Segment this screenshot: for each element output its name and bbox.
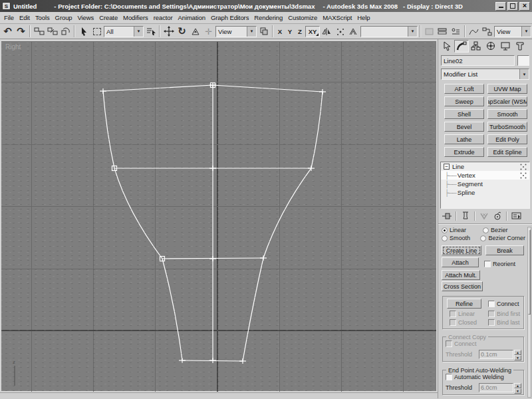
- viewport-right[interactable]: z Right: [1, 41, 436, 391]
- select-by-name-icon[interactable]: [144, 25, 157, 38]
- modifier-button-bevel[interactable]: Bevel: [444, 122, 484, 132]
- edit-named-sets-icon[interactable]: [423, 25, 436, 38]
- dropdown-arrow-icon[interactable]: ▼: [519, 69, 529, 79]
- restrict-x-button[interactable]: X: [275, 26, 285, 37]
- tab-motion[interactable]: [483, 40, 498, 53]
- threshold2-spinner[interactable]: ▲▼: [514, 383, 521, 392]
- create-line-button[interactable]: Create Line: [442, 245, 481, 255]
- tab-display[interactable]: [498, 40, 513, 53]
- menu-graph-editors[interactable]: Graph Editors: [208, 13, 251, 23]
- modifier-button-sweep[interactable]: Sweep: [444, 96, 484, 106]
- menu-customize[interactable]: Customize: [285, 13, 320, 23]
- dropdown-arrow-icon[interactable]: ▼: [134, 27, 143, 37]
- closed-checkbox[interactable]: [450, 319, 456, 326]
- remove-modifier-icon[interactable]: [491, 211, 503, 221]
- modifier-button-apscaler-wsm[interactable]: apScaler (WSM: [487, 96, 527, 106]
- select-and-manipulate-icon[interactable]: ✛: [202, 25, 215, 38]
- refine-button[interactable]: Refine: [447, 299, 481, 309]
- menu-views[interactable]: Views: [75, 13, 97, 23]
- menu-modifiers[interactable]: Modifiers: [120, 13, 151, 23]
- redo-icon[interactable]: ↷: [15, 25, 27, 38]
- scrollbar-thumb[interactable]: [528, 229, 531, 315]
- radio-bezier[interactable]: [483, 227, 489, 233]
- menu-maxscript[interactable]: MAXScript: [320, 13, 354, 23]
- spinner-up-icon[interactable]: ▲: [514, 350, 521, 355]
- attach-mult-button[interactable]: Attach Mult.: [442, 270, 480, 280]
- select-and-rotate-icon[interactable]: ↻: [176, 25, 188, 38]
- linear-checkbox[interactable]: [450, 311, 456, 317]
- spinner-down-icon[interactable]: ▼: [514, 355, 521, 360]
- modifier-button-lathe[interactable]: Lathe: [444, 134, 484, 144]
- select-and-scale-icon[interactable]: [189, 25, 201, 38]
- cross-section-button[interactable]: Cross Section: [442, 281, 483, 291]
- threshold2-field[interactable]: 6.0cm: [479, 383, 513, 392]
- tab-modify[interactable]: [454, 40, 469, 53]
- rectangular-selection-region-icon[interactable]: [90, 25, 103, 38]
- radio-bezier-corner[interactable]: [480, 235, 486, 241]
- use-pivot-point-center-icon[interactable]: [257, 25, 270, 38]
- restrict-xy-button[interactable]: XY: [305, 26, 320, 37]
- tab-utilities[interactable]: [513, 40, 527, 53]
- layer-manager-icon[interactable]: [436, 25, 449, 38]
- minimize-button[interactable]: [495, 2, 506, 11]
- connect-copy-checkbox[interactable]: [446, 340, 452, 347]
- stack-item-vertex[interactable]: ├──Vertex: [441, 171, 529, 180]
- menu-edit[interactable]: Edit: [17, 13, 33, 23]
- modifier-list-combo[interactable]: Modifier List ▼: [441, 68, 529, 80]
- bind-first-checkbox[interactable]: [488, 311, 495, 317]
- object-name-field[interactable]: Line02: [441, 55, 515, 66]
- menu-group[interactable]: Group: [53, 13, 75, 23]
- stack-item-spline[interactable]: ├──Spline: [441, 188, 529, 197]
- view-combo[interactable]: View ▼: [494, 26, 531, 37]
- tab-create[interactable]: [440, 40, 454, 53]
- menu-create[interactable]: Create: [96, 13, 120, 23]
- modifier-button-smooth[interactable]: Smooth: [487, 109, 527, 119]
- scene-explorer-icon[interactable]: [450, 25, 462, 38]
- menu-animation[interactable]: Animation: [176, 13, 208, 23]
- configure-modifier-sets-icon[interactable]: [510, 211, 522, 221]
- radio-smooth[interactable]: [442, 235, 448, 241]
- reference-coordinate-system-combo[interactable]: View ▼: [215, 26, 257, 37]
- pin-stack-icon[interactable]: [441, 211, 453, 221]
- modifier-button-shell[interactable]: Shell: [444, 109, 484, 119]
- reorient-checkbox[interactable]: [484, 261, 491, 267]
- dropdown-arrow-icon[interactable]: ▼: [408, 27, 417, 37]
- spinner-up-icon[interactable]: ▲: [514, 383, 521, 388]
- radio-linear[interactable]: [442, 227, 448, 233]
- modifier-button-edit-spline[interactable]: Edit Spline: [487, 147, 527, 157]
- tab-hierarchy[interactable]: [469, 40, 483, 53]
- menu-tools[interactable]: Tools: [33, 13, 53, 23]
- undo-icon[interactable]: ↶: [1, 25, 14, 38]
- modifier-button-uvw-map[interactable]: UVW Map: [487, 84, 527, 94]
- spinner-down-icon[interactable]: ▼: [514, 388, 521, 394]
- selection-filter-combo[interactable]: All ▼: [104, 26, 144, 37]
- break-button[interactable]: Break: [485, 245, 524, 255]
- schematic-view-icon[interactable]: [481, 25, 493, 38]
- select-and-move-icon[interactable]: [162, 25, 175, 38]
- stack-item-segment[interactable]: ├──Segment: [441, 180, 529, 188]
- threshold1-field[interactable]: 0.1cm: [479, 350, 513, 359]
- modifier-button-af-loft[interactable]: AF Loft: [444, 84, 484, 94]
- threshold1-spinner[interactable]: ▲▼: [514, 350, 521, 359]
- rollout-scrollbar[interactable]: [527, 227, 531, 398]
- menu-reactor[interactable]: reactor: [151, 13, 176, 23]
- select-and-link-icon[interactable]: [33, 25, 45, 38]
- dropdown-arrow-icon[interactable]: ▼: [521, 27, 531, 37]
- stack-item-line[interactable]: −Line: [441, 162, 529, 171]
- bind-last-checkbox[interactable]: [488, 319, 495, 326]
- connect-checkbox[interactable]: [488, 301, 495, 307]
- menu-help[interactable]: Help: [354, 13, 372, 23]
- viewport-label[interactable]: Right: [5, 43, 21, 51]
- modifier-button-edit-poly[interactable]: Edit Poly: [487, 134, 527, 144]
- bind-to-space-warp-icon[interactable]: [59, 25, 72, 38]
- named-selection-icon[interactable]: [347, 25, 360, 38]
- restrict-z-button[interactable]: Z: [295, 26, 305, 37]
- dropdown-arrow-icon[interactable]: ▼: [247, 27, 256, 37]
- restrict-y-button[interactable]: Y: [285, 26, 295, 37]
- modifier-button-turbosmooth[interactable]: TurboSmooth: [487, 122, 527, 132]
- mirror-icon[interactable]: [321, 25, 333, 38]
- collapse-icon[interactable]: −: [444, 164, 450, 170]
- menu-file[interactable]: File: [1, 13, 17, 23]
- modifier-button-extrude[interactable]: Extrude: [444, 147, 484, 157]
- object-color-swatch[interactable]: [517, 55, 529, 66]
